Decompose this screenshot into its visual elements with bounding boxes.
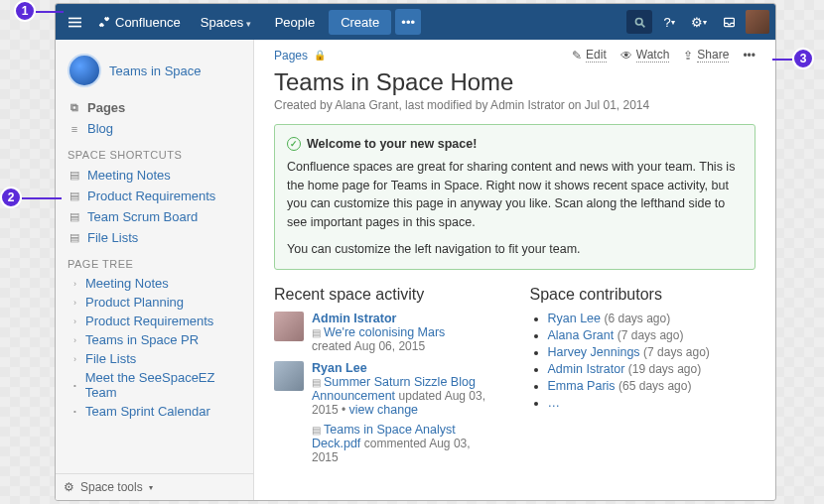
breadcrumb: Pages 🔒 <box>274 49 326 63</box>
rss-icon: ≡ <box>68 123 81 135</box>
avatar[interactable] <box>274 312 304 341</box>
space-name-link[interactable]: Teams in Space <box>109 63 202 78</box>
list-item: Admin Istrator (19 days ago) <box>548 362 756 376</box>
list-item: Ryan Lee (6 days ago) <box>548 312 756 325</box>
sidebar: Teams in Space ⧉Pages ≡Blog SPACE SHORTC… <box>56 40 254 500</box>
svg-line-4 <box>641 24 644 27</box>
shortcut-team-scrum-board[interactable]: ▤Team Scrum Board <box>64 206 245 227</box>
pencil-icon: ✎ <box>572 49 582 63</box>
svg-point-3 <box>635 18 642 25</box>
tree-item[interactable]: ›Product Planning <box>64 293 245 312</box>
create-more-button[interactable]: ••• <box>395 9 421 35</box>
check-icon: ✓ <box>287 137 301 151</box>
doc-link[interactable]: We're colonising Mars <box>324 325 445 339</box>
pages-icon: ⧉ <box>68 101 81 114</box>
shortcuts-heading: SPACE SHORTCUTS <box>64 139 245 165</box>
gear-icon: ⚙ <box>64 480 74 494</box>
svg-rect-0 <box>69 17 81 19</box>
activity-item: Ryan Lee ▤Summer Saturn Sizzle Blog Anno… <box>274 361 500 464</box>
view-change-link[interactable]: view change <box>349 403 419 417</box>
space-logo[interactable] <box>68 54 101 87</box>
main-content: Pages 🔒 ✎Edit 👁Watch ⇪Share ••• Teams in… <box>254 40 775 500</box>
breadcrumb-pages[interactable]: Pages <box>274 49 308 63</box>
page-title: Teams in Space Home <box>274 68 755 96</box>
lock-icon: 🔒 <box>314 50 326 61</box>
space-tools[interactable]: ⚙Space tools▾ <box>56 473 253 500</box>
nav-spaces[interactable]: Spaces <box>191 9 261 36</box>
activity-item: Admin Istrator ▤We're colonising Mars cr… <box>274 312 500 353</box>
list-item: … <box>548 396 756 410</box>
tree-heading: PAGE TREE <box>64 248 245 274</box>
shortcut-file-lists[interactable]: ▤File Lists <box>64 227 245 248</box>
user-link[interactable]: Ryan Lee <box>312 361 367 375</box>
svg-rect-1 <box>69 21 81 23</box>
brand[interactable]: Confluence <box>91 15 187 30</box>
topbar: Confluence Spaces People Create ••• ?▾ ⚙… <box>56 4 775 40</box>
tree-item[interactable]: ›Teams in Space PR <box>64 330 245 349</box>
tree-item[interactable]: ›File Lists <box>64 349 245 368</box>
page-icon: ▤ <box>312 327 321 338</box>
list-item: Harvey Jennings (7 days ago) <box>548 345 756 359</box>
page-icon: ▤ <box>312 377 321 388</box>
gear-icon[interactable]: ⚙▾ <box>686 9 712 35</box>
help-icon[interactable]: ?▾ <box>656 9 682 35</box>
menu-icon[interactable] <box>62 9 87 35</box>
shortcut-product-requirements[interactable]: ▤Product Requirements <box>64 186 245 206</box>
eye-icon: 👁 <box>620 49 632 63</box>
svg-rect-2 <box>69 25 81 27</box>
contributors-heading: Space contributors <box>530 286 756 304</box>
user-link[interactable]: Admin Istrator <box>312 312 396 325</box>
more-actions-button[interactable]: ••• <box>743 48 755 63</box>
tree-item[interactable]: •Meet the SeeSpaceEZ Team <box>64 368 245 402</box>
create-button[interactable]: Create <box>329 10 391 35</box>
tree-item[interactable]: •Team Sprint Calendar <box>64 402 245 421</box>
search-input[interactable] <box>626 10 652 34</box>
tree-item[interactable]: ›Meeting Notes <box>64 274 245 293</box>
list-item: Alana Grant (7 days ago) <box>548 328 756 342</box>
byline: Created by Alana Grant, last modified by… <box>274 98 755 112</box>
avatar[interactable] <box>746 10 769 34</box>
recent-heading: Recent space activity <box>274 286 500 304</box>
share-icon: ⇪ <box>683 49 693 63</box>
shortcut-meeting-notes[interactable]: ▤Meeting Notes <box>64 165 245 186</box>
welcome-panel: ✓Welcome to your new space! Confluence s… <box>274 124 755 270</box>
tree-item[interactable]: ›Product Requirements <box>64 312 245 330</box>
avatar[interactable] <box>274 361 304 391</box>
share-button[interactable]: ⇪Share <box>683 48 729 63</box>
inbox-icon[interactable] <box>716 9 742 35</box>
file-icon: ▤ <box>312 425 321 436</box>
nav-people[interactable]: People <box>265 9 325 36</box>
list-item: Emma Paris (65 days ago) <box>548 379 756 393</box>
sidebar-blog[interactable]: ≡Blog <box>64 118 245 139</box>
sidebar-pages[interactable]: ⧉Pages <box>64 97 245 118</box>
watch-button[interactable]: 👁Watch <box>620 48 670 63</box>
edit-button[interactable]: ✎Edit <box>572 48 607 63</box>
app-window: Confluence Spaces People Create ••• ?▾ ⚙… <box>55 3 776 501</box>
